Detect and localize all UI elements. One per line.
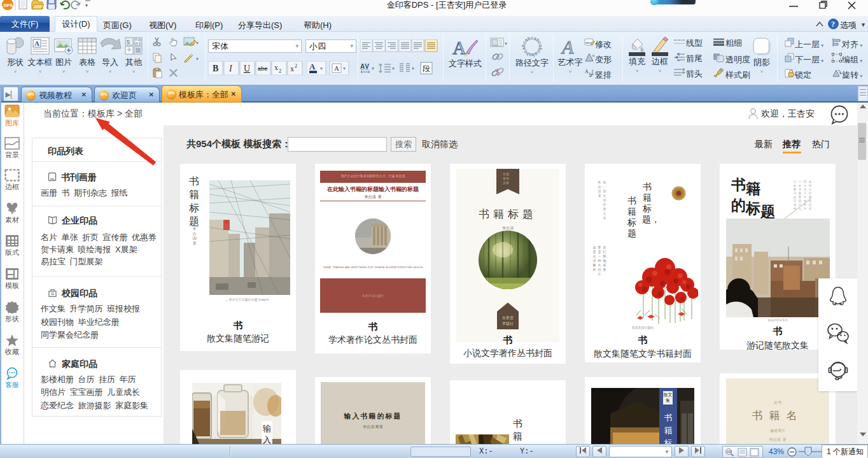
svg-text:2: 2: [279, 68, 281, 74]
svg-text:A: A: [585, 69, 589, 75]
svg-text:术版社: 术版社: [501, 322, 514, 326]
svg-text:A̲V̲: A̲V̲: [360, 63, 369, 70]
svg-text:▾: ▾: [343, 66, 346, 71]
svg-text:5: 5: [127, 39, 130, 45]
svg-text:x: x: [290, 64, 294, 73]
svg-text:abe: abe: [258, 64, 267, 72]
svg-text:学作: 学作: [503, 176, 510, 180]
svg-text:U: U: [244, 64, 250, 73]
svg-text:?: ?: [831, 20, 835, 29]
svg-text:▾: ▾: [412, 66, 414, 71]
svg-text:东美雲: 东美雲: [502, 315, 514, 320]
svg-text:A: A: [334, 64, 339, 72]
svg-text:段: 段: [423, 64, 430, 73]
svg-text:B: B: [213, 64, 218, 73]
svg-text:x: x: [274, 63, 278, 72]
svg-text:A: A: [452, 37, 466, 58]
svg-text:文创: 文创: [503, 172, 509, 176]
svg-text:100: 100: [727, 450, 732, 454]
svg-text:A: A: [309, 62, 316, 71]
svg-text:▾: ▾: [320, 66, 323, 71]
svg-text:文库: 文库: [503, 181, 509, 185]
svg-text:abcabcabcabcabcabc: abcabcabcabcabcabc: [521, 36, 543, 57]
svg-text:▾: ▾: [505, 41, 507, 47]
svg-text:▾: ▾: [392, 66, 395, 71]
svg-text:▾: ▾: [372, 66, 374, 71]
svg-text:▾: ▾: [196, 56, 199, 62]
svg-text:A: A: [561, 36, 574, 57]
svg-text:DPS: DPS: [4, 3, 13, 8]
svg-text:A: A: [34, 39, 39, 47]
svg-text:2: 2: [295, 63, 297, 69]
svg-text:▾: ▾: [196, 40, 199, 46]
